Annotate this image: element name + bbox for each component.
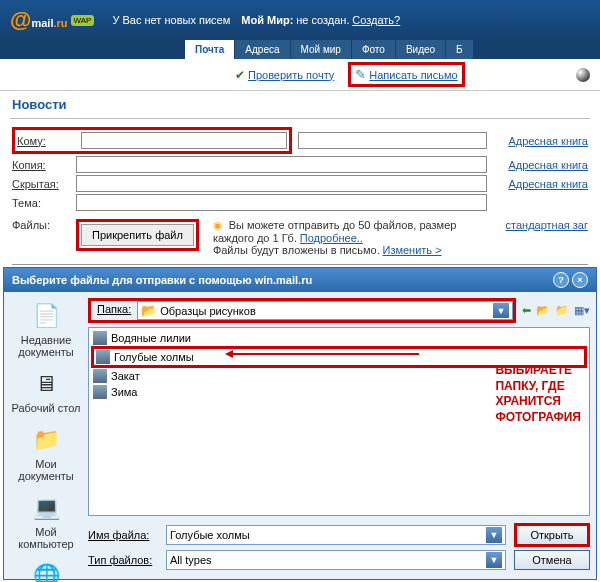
tab-world[interactable]: Мой мир [291, 40, 352, 59]
network-icon: 🌐 [30, 560, 62, 582]
to-label: Кому: [17, 135, 75, 147]
folder-small-icon: 📂 [141, 303, 157, 318]
annotation-arrow [229, 353, 419, 355]
logo[interactable]: @mail.ru [10, 7, 68, 33]
tab-mail[interactable]: Почта [185, 40, 235, 59]
tab-photo[interactable]: Фото [352, 40, 396, 59]
file-dialog: Выберите файлы для отправки с помощью wi… [3, 267, 597, 580]
address-book-link-3[interactable]: Адресная книга [493, 178, 588, 190]
pen-icon: ✎ [355, 67, 366, 82]
to-input[interactable] [81, 132, 287, 149]
tab-more[interactable]: Б [446, 40, 474, 59]
wap-badge: WAP [71, 15, 95, 26]
to-input-ext[interactable] [298, 132, 487, 149]
dropdown-arrow-icon: ▼ [486, 552, 502, 568]
newfolder-icon[interactable]: 📁 [555, 304, 569, 317]
view-icon[interactable]: ▦▾ [574, 304, 590, 317]
sb-network[interactable]: 🌐Сетевое [25, 560, 68, 582]
dropdown-arrow-icon: ▼ [486, 527, 502, 543]
disk-icon: ◉ [213, 219, 223, 231]
cancel-button[interactable]: Отмена [514, 550, 590, 570]
sb-recent[interactable]: 📄Недавние документы [10, 300, 82, 358]
sb-mycomp[interactable]: 💻Мой компьютер [10, 492, 82, 550]
help-button[interactable]: ? [553, 272, 569, 288]
filetype-label: Тип файлов: [88, 554, 158, 566]
ball-icon[interactable] [576, 68, 590, 82]
news-heading[interactable]: Новости [0, 91, 600, 118]
address-book-link-2[interactable]: Адресная книга [493, 159, 588, 171]
dialog-sidebar: 📄Недавние документы 🖥Рабочий стол 📁Мои д… [10, 298, 82, 573]
sb-mydocs[interactable]: 📁Мои документы [10, 424, 82, 482]
file-item[interactable]: Водяные лилии [91, 330, 587, 346]
annotation-text: ВЫБИРАЕТЕ ПАПКУ, ГДЕ ХРАНИТСЯ ФОТОГРАФИЯ [495, 363, 581, 425]
file-list[interactable]: Водяные лилии Голубые холмы Закат Зима В… [88, 327, 590, 516]
copy-input[interactable] [76, 156, 487, 173]
attach-file-button[interactable]: Прикрепить файл [81, 224, 194, 246]
dialog-title: Выберите файлы для отправки с помощью wi… [12, 274, 312, 286]
up-icon[interactable]: 📂 [536, 304, 550, 317]
back-icon[interactable]: ⬅ [522, 304, 531, 317]
subject-label: Тема: [12, 197, 70, 209]
filename-label: Имя файла: [88, 529, 158, 541]
desktop-icon: 🖥 [30, 368, 62, 400]
address-book-link[interactable]: Адресная книга [493, 135, 588, 147]
folder-dropdown[interactable]: 📂 Образцы рисунков ▼ [137, 301, 513, 320]
header: @mail.ru WAP У Вас нет новых писем Мой М… [0, 0, 600, 40]
attach-hint: ◉ Вы можете отправить до 50 файлов, разм… [213, 219, 487, 256]
check-icon: ✔ [235, 68, 245, 82]
create-world-link[interactable]: Создать? [352, 14, 400, 26]
sb-desktop[interactable]: 🖥Рабочий стол [11, 368, 80, 414]
mail-status: У Вас нет новых писем Мой Мир: не создан… [112, 14, 400, 26]
write-letter-link[interactable]: ✎ Написать письмо [348, 62, 464, 87]
image-icon [96, 350, 110, 364]
folder-label: Папка: [91, 301, 137, 320]
recent-icon: 📄 [30, 300, 62, 332]
computer-icon: 💻 [30, 492, 62, 524]
copy-label: Копия: [12, 159, 70, 171]
hidden-input[interactable] [76, 175, 487, 192]
image-icon [93, 331, 107, 345]
tab-video[interactable]: Видео [396, 40, 446, 59]
open-button[interactable]: Открыть [514, 523, 590, 547]
close-button[interactable]: × [572, 272, 588, 288]
hidden-label: Скрытая: [12, 178, 70, 190]
standard-link[interactable]: стандартная заг [493, 219, 588, 231]
tab-addresses[interactable]: Адреса [235, 40, 290, 59]
filetype-dropdown[interactable]: All types▼ [166, 550, 506, 570]
main-tabs: Почта Адреса Мой мир Фото Видео Б [0, 40, 600, 59]
check-mail-link[interactable]: ✔ Проверить почту [235, 68, 334, 82]
dropdown-arrow-icon: ▼ [493, 303, 509, 318]
folder-icon: 📁 [30, 424, 62, 456]
files-label: Файлы: [12, 219, 70, 231]
image-icon [93, 385, 107, 399]
more-link[interactable]: Подробнее.. [300, 232, 363, 244]
subbar: ✔ Проверить почту ✎ Написать письмо [0, 59, 600, 91]
dialog-titlebar[interactable]: Выберите файлы для отправки с помощью wi… [4, 268, 596, 292]
filename-input[interactable]: Голубые холмы▼ [166, 525, 506, 545]
subject-input[interactable] [76, 194, 487, 211]
image-icon [93, 369, 107, 383]
change-link[interactable]: Изменить > [382, 244, 441, 256]
